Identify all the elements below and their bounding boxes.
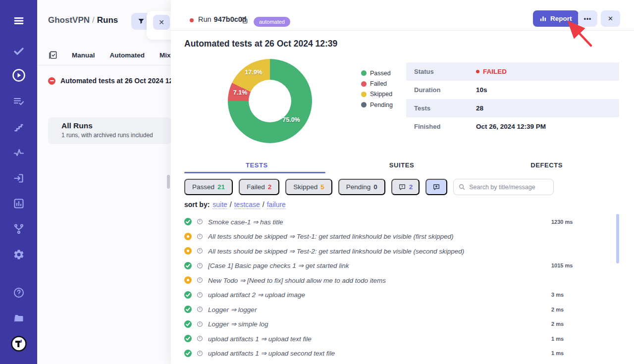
tab-suites[interactable]: SUITES [329, 157, 475, 176]
breadcrumb-separator: / [90, 15, 97, 25]
test-row[interactable]: Logger ⇒ logger 2 ms [184, 302, 619, 317]
passed-status-icon [184, 262, 192, 269]
test-title: All tests should be skipped ⇒ Test-2: ge… [208, 247, 551, 255]
test-row[interactable]: upload artifacts 1 ⇒ upload text file 1 … [184, 331, 619, 346]
passed-status-icon [184, 218, 192, 225]
slice-label-skipped: 17.9% [240, 69, 267, 76]
projects-folder-icon[interactable] [12, 312, 25, 324]
activity-icon[interactable] [13, 147, 25, 158]
chip-label: Skipped [293, 183, 317, 191]
play-circle-icon[interactable] [11, 68, 26, 83]
search-input[interactable] [469, 184, 549, 191]
filter-chip-failed[interactable]: Failed2 [239, 179, 279, 195]
clock-icon [197, 292, 203, 298]
sort-separator: / [228, 201, 233, 208]
summary-value: Oct 26, 2024 12:39 PM [468, 123, 546, 130]
sort-link-suite[interactable]: suite [212, 201, 227, 209]
sort-separator: / [261, 201, 266, 208]
legend-item-passed[interactable]: Passed [361, 68, 393, 78]
report-chart-icon[interactable] [13, 198, 25, 209]
add-comment-chip[interactable] [425, 179, 447, 195]
clock-icon [197, 306, 203, 312]
test-title: upload artifacts 1 ⇒ upload text file [208, 335, 551, 343]
test-list-scrollbar[interactable] [616, 214, 619, 263]
more-actions-button[interactable]: ••• [578, 10, 597, 27]
test-row[interactable]: upload artifacts 1 ⇒ upload second text … [184, 346, 619, 361]
test-title: Logger ⇒ simple log [208, 320, 551, 328]
filter-chips-row: Passed21Failed2Skipped5Pending0 2 [184, 179, 554, 195]
test-duration: 1 ms [551, 350, 619, 356]
all-runs-card[interactable]: All Runs 1 runs, with archived runs incl… [48, 117, 171, 144]
breadcrumb-page: Runs [97, 15, 118, 25]
test-title: [Case 1] Basic page checks 1 ⇒ get start… [208, 261, 551, 269]
copy-icon[interactable] [240, 16, 249, 26]
breadcrumb-project[interactable]: GhostVPN [48, 15, 90, 25]
chip-label: Pending [346, 183, 371, 191]
slice-label-passed: 75.0% [278, 116, 305, 123]
sort-link-testcase[interactable]: testcase [234, 201, 260, 209]
test-duration: 2 ms [551, 321, 619, 327]
failed-run-icon [48, 77, 55, 85]
test-duration: 1 ms [551, 336, 619, 342]
test-row[interactable]: New Todo ⇒ [Need to fix] should allow me… [184, 273, 619, 288]
skipped-status-icon [184, 276, 192, 284]
legend-label: Pending [370, 102, 393, 108]
gear-icon[interactable] [13, 249, 25, 260]
passed-status-icon [184, 291, 192, 299]
test-row[interactable]: Logger ⇒ simple log 2 ms [184, 317, 619, 332]
chip-label: Passed [192, 183, 214, 191]
active-tab-underline [184, 172, 325, 173]
test-row[interactable]: Smoke case-1 ⇒ has title 1230 ms [184, 214, 619, 229]
test-title: New Todo ⇒ [Need to fix] should allow me… [208, 276, 551, 284]
clipboard-check-icon[interactable] [48, 50, 58, 60]
passed-status-icon [184, 306, 192, 313]
comment-plus-icon [432, 183, 440, 191]
legend-item-skipped[interactable]: Skipped [361, 89, 393, 100]
legend-item-pending[interactable]: Pending [361, 100, 393, 110]
sign-in-icon[interactable] [13, 172, 25, 184]
help-icon[interactable] [13, 287, 25, 299]
summary-label: Tests [406, 104, 468, 112]
test-row[interactable]: [Case 1] Basic page checks 1 ⇒ get start… [184, 259, 619, 273]
run-list-item[interactable]: Automated tests at 26 Oct 2024 12:39 [48, 77, 171, 85]
chip-count: 21 [217, 183, 225, 191]
summary-row-status: StatusFAILED [406, 62, 619, 81]
steps-icon[interactable] [13, 121, 25, 133]
run-label: Run [198, 15, 211, 23]
legend-label: Passed [370, 70, 391, 77]
test-row[interactable]: All tests should be skipped ⇒ Test-1: ge… [184, 229, 619, 244]
test-duration: 1015 ms [551, 262, 619, 268]
report-button[interactable]: Report [533, 10, 579, 27]
menu-icon[interactable] [12, 15, 25, 27]
run-type-tab-mixed[interactable]: Mixed [159, 52, 171, 59]
automated-badge: automated [254, 17, 290, 27]
skipped-status-icon [184, 233, 192, 240]
all-runs-subtitle: 1 runs, with archived runs included [61, 132, 171, 139]
checklist-icon[interactable] [13, 96, 25, 107]
chip-count: 2 [268, 183, 272, 191]
check-icon[interactable] [13, 45, 25, 57]
filter-chip-skipped[interactable]: Skipped5 [285, 179, 332, 195]
filter-close-button[interactable]: ✕ [153, 15, 170, 30]
run-type-tabs: ManualAutomatedMixed [48, 50, 171, 60]
run-type-tab-automated[interactable]: Automated [110, 52, 145, 59]
comments-filter-chip[interactable]: 2 [391, 179, 420, 195]
branch-icon[interactable] [13, 223, 25, 235]
chip-count: 0 [373, 183, 377, 191]
clock-icon [197, 277, 203, 283]
chip-label: Failed [247, 183, 265, 191]
tab-defects[interactable]: DEFECTS [474, 157, 619, 176]
app-logo[interactable] [10, 335, 27, 352]
run-summary-table: StatusFAILEDDuration10sTests28FinishedOc… [406, 62, 619, 136]
close-run-button[interactable]: ✕ [601, 10, 620, 27]
test-row[interactable]: All tests should be skipped ⇒ Test-2: ge… [184, 244, 619, 259]
left-panel-scrollbar[interactable] [167, 175, 170, 189]
test-title: All tests should be skipped ⇒ Test-1: ge… [208, 232, 551, 240]
test-row[interactable]: upload artifact 2 ⇒ upload image 3 ms [184, 288, 619, 303]
filter-chip-passed[interactable]: Passed21 [184, 179, 233, 195]
sort-link-failure[interactable]: failure [267, 201, 286, 209]
legend-item-failed[interactable]: Failed [361, 78, 393, 89]
filter-chip-pending[interactable]: Pending0 [338, 179, 385, 195]
report-button-label: Report [550, 15, 572, 22]
run-type-tab-manual[interactable]: Manual [72, 52, 95, 59]
